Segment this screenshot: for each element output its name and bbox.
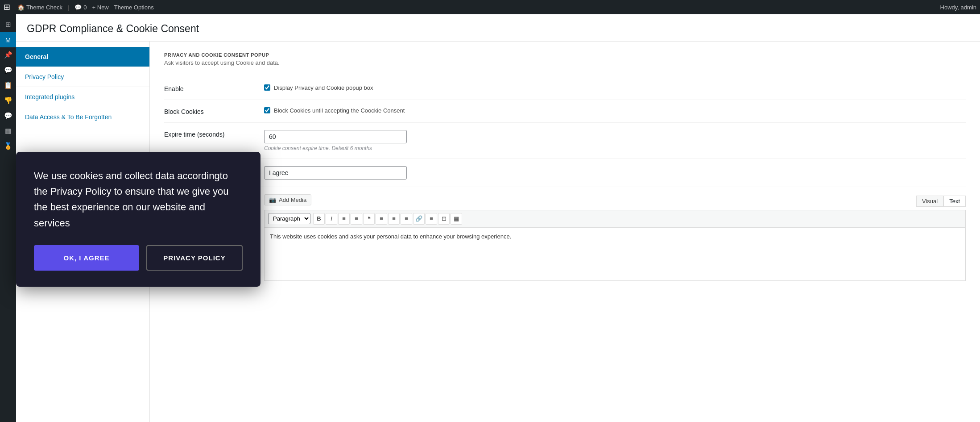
enable-checkbox-text: Display Privacy and Cookie popup box bbox=[274, 84, 373, 91]
expire-time-input[interactable] bbox=[264, 130, 407, 143]
enable-checkbox-label[interactable]: Display Privacy and Cookie popup box bbox=[264, 84, 966, 91]
expire-hint: Cookie consent expire time. Default 6 mo… bbox=[264, 145, 966, 151]
page-title: GDPR Compliance & Cookie Consent bbox=[27, 22, 969, 36]
section-title: PRIVACY AND COOKIE CONSENT POPUP bbox=[164, 52, 966, 58]
ul-btn[interactable]: ≡ bbox=[338, 213, 350, 225]
admin-bar-theme-options[interactable]: Theme Options bbox=[114, 4, 154, 11]
admin-bar: ⊞ 🏠 Theme Check | 💬 0 + New Theme Option… bbox=[0, 0, 980, 14]
add-media-icon: 📷 bbox=[269, 196, 276, 203]
tab-text[interactable]: Text bbox=[943, 196, 966, 207]
button-text-input[interactable] bbox=[264, 166, 407, 180]
left-icon-bar: ⊞ M 📌 💬 📋 👎 💬 ▦ 🏅 bbox=[0, 14, 16, 422]
setting-popup-content: Popup content 📷 Add Media Visual Text bbox=[164, 187, 966, 288]
paragraph-select[interactable]: Paragraph bbox=[268, 213, 310, 224]
sidebar-icon-wp[interactable]: ⊞ bbox=[0, 17, 16, 32]
editor-content[interactable]: This website uses cookies and asks your … bbox=[264, 227, 966, 281]
italic-btn[interactable]: I bbox=[326, 213, 337, 225]
setting-enable-label: Enable bbox=[164, 84, 253, 92]
fullscreen-btn[interactable]: ⊡ bbox=[438, 213, 450, 225]
sidebar-icon-m[interactable]: M bbox=[0, 32, 16, 47]
table-btn[interactable]: ▦ bbox=[451, 213, 462, 225]
ok-agree-button[interactable]: OK, I AGREE bbox=[34, 245, 139, 271]
admin-bar-user: Howdy, admin bbox=[940, 4, 976, 11]
setting-block-cookies-control: Block Cookies until accepting the Coocki… bbox=[264, 107, 966, 114]
setting-expire-control: Cookie consent expire time. Default 6 mo… bbox=[264, 130, 966, 151]
tab-data-access[interactable]: Data Access & To Be Forgotten bbox=[16, 107, 149, 127]
unlink-btn[interactable]: ≡ bbox=[426, 213, 437, 225]
privacy-policy-button[interactable]: PRIVACY POLICY bbox=[146, 245, 243, 271]
editor-tabs: Visual Text bbox=[916, 196, 966, 207]
cookie-popup: We use cookies and collect data accordin… bbox=[16, 152, 261, 287]
setting-enable-control: Display Privacy and Cookie popup box bbox=[264, 84, 966, 91]
sidebar-icon-grid[interactable]: ▦ bbox=[0, 123, 16, 138]
align-center-btn[interactable]: ≡ bbox=[388, 213, 400, 225]
enable-checkbox[interactable] bbox=[264, 84, 270, 91]
tab-privacy-policy[interactable]: Privacy Policy bbox=[16, 67, 149, 87]
wp-logo[interactable]: ⊞ bbox=[4, 2, 10, 12]
tab-general[interactable]: General bbox=[16, 47, 149, 67]
sidebar-icon-pushpin[interactable]: 📌 bbox=[0, 47, 16, 63]
setting-expire-time: Expire time (seconds) Cookie consent exp… bbox=[164, 122, 966, 159]
tab-integrated-plugins[interactable]: Integrated plugins bbox=[16, 87, 149, 107]
sidebar-icon-pages[interactable]: 📋 bbox=[0, 78, 16, 93]
section-desc: Ask visitors to accept using Cookie and … bbox=[164, 59, 966, 66]
blockquote-btn[interactable]: ❝ bbox=[363, 213, 375, 225]
setting-button-control bbox=[264, 166, 966, 180]
link-btn[interactable]: 🔗 bbox=[413, 213, 425, 225]
add-media-label: Add Media bbox=[279, 196, 306, 203]
block-cookies-checkbox[interactable] bbox=[264, 107, 270, 113]
block-cookies-text: Block Cookies until accepting the Coocki… bbox=[274, 107, 405, 114]
cookie-popup-buttons: OK, I AGREE PRIVACY POLICY bbox=[34, 245, 243, 271]
ol-btn[interactable]: ≡ bbox=[351, 213, 362, 225]
editor-toolbar: Paragraph B I ≡ ≡ ❝ ≡ ≡ ≡ 🔗 ≡ bbox=[264, 210, 966, 227]
page-header: GDPR Compliance & Cookie Consent bbox=[16, 14, 980, 42]
bold-btn[interactable]: B bbox=[313, 213, 325, 225]
setting-block-cookies: Block Cookies Block Cookies until accept… bbox=[164, 100, 966, 122]
add-media-button[interactable]: 📷 Add Media bbox=[264, 194, 311, 205]
align-left-btn[interactable]: ≡ bbox=[376, 213, 387, 225]
setting-enable: Enable Display Privacy and Cookie popup … bbox=[164, 77, 966, 100]
sidebar-icon-thumbsdown[interactable]: 👎 bbox=[0, 93, 16, 108]
setting-expire-label: Expire time (seconds) bbox=[164, 130, 253, 138]
sep1: | bbox=[68, 4, 69, 11]
sidebar-icon-comments[interactable]: 💬 bbox=[0, 63, 16, 78]
setting-button-text: Button text bbox=[164, 159, 966, 187]
admin-bar-home[interactable]: 🏠 Theme Check bbox=[17, 4, 62, 11]
admin-bar-new[interactable]: + New bbox=[92, 4, 109, 11]
block-cookies-checkbox-label[interactable]: Block Cookies until accepting the Coocki… bbox=[264, 107, 966, 114]
admin-bar-comments[interactable]: 💬 0 bbox=[74, 4, 87, 11]
sidebar-icon-bubble[interactable]: 💬 bbox=[0, 108, 16, 123]
sidebar-icon-badge[interactable]: 🏅 bbox=[0, 138, 16, 154]
cookie-popup-text: We use cookies and collect data accordin… bbox=[34, 168, 243, 231]
popup-content-control: 📷 Add Media Visual Text Paragraph bbox=[264, 194, 966, 281]
tab-visual[interactable]: Visual bbox=[916, 196, 943, 207]
settings-panel: PRIVACY AND COOKIE CONSENT POPUP Ask vis… bbox=[150, 42, 980, 422]
setting-block-cookies-label: Block Cookies bbox=[164, 107, 253, 115]
align-right-btn[interactable]: ≡ bbox=[401, 213, 412, 225]
